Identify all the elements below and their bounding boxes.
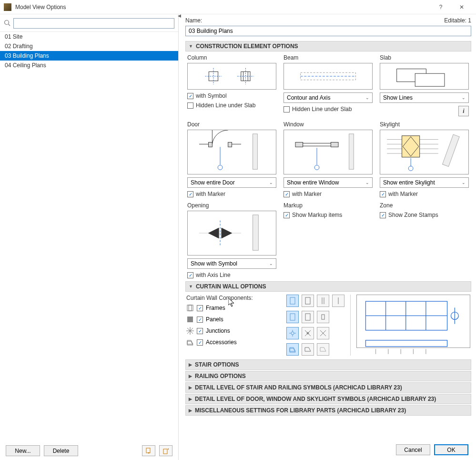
checkbox-icon[interactable] — [197, 328, 203, 334]
section-title: RAILING OPTIONS — [195, 373, 246, 379]
svg-line-1 — [9, 24, 10, 26]
section-misc[interactable]: ▶ MISCELLANEOUS SETTINGS FOR LIBRARY PAR… — [185, 405, 471, 416]
svg-rect-26 — [303, 143, 331, 146]
junctions-icon — [186, 327, 194, 335]
skylight-select[interactable]: Show entire Skylight ⌄ — [380, 177, 469, 188]
column-hidden-line[interactable]: Hidden Line under Slab — [187, 102, 276, 109]
chevron-right-icon: ▶ — [189, 362, 192, 367]
svg-rect-15 — [415, 73, 445, 86]
column-preview — [187, 63, 276, 90]
svg-rect-58 — [290, 314, 295, 320]
accessories-opt-2[interactable] — [302, 343, 314, 356]
junctions-opt-1[interactable] — [286, 327, 299, 339]
skylight-with-marker[interactable]: with Marker — [380, 191, 469, 197]
door-select[interactable]: Show entire Door ⌄ — [187, 177, 276, 188]
section-door-win-detail[interactable]: ▶ DETAIL LEVEL OF DOOR, WINDOW AND SKYLI… — [185, 394, 471, 404]
zone-title: Zone — [380, 202, 469, 209]
junctions-opt-2[interactable] — [302, 327, 314, 339]
beam-title: Beam — [284, 54, 373, 61]
section-title: CURTAIN WALL OPTIONS — [196, 283, 266, 290]
opening-with-axis[interactable]: with Axis Line — [187, 272, 276, 278]
slab-title: Slab — [380, 54, 469, 61]
checkbox-icon[interactable] — [197, 317, 203, 323]
panels-icon — [186, 316, 194, 323]
svg-rect-60 — [322, 315, 324, 319]
list-item[interactable]: 02 Drafting — [0, 41, 178, 51]
column-title: Column — [187, 54, 276, 61]
chevron-down-icon: ⌄ — [269, 261, 273, 266]
slab-preview — [380, 63, 469, 90]
svg-point-61 — [291, 332, 294, 335]
door-title: Door — [187, 121, 276, 128]
help-button[interactable]: ? — [430, 0, 451, 14]
checkbox-icon — [380, 212, 386, 218]
name-input[interactable] — [185, 26, 471, 36]
import-button[interactable] — [142, 445, 155, 456]
splitter-handle[interactable] — [179, 14, 182, 460]
curtain-wall-preview — [356, 295, 470, 348]
svg-rect-82 — [365, 340, 447, 347]
list-item[interactable]: 01 Site — [0, 32, 178, 41]
slab-select[interactable]: Show Lines ⌄ — [380, 92, 469, 103]
svg-marker-52 — [187, 341, 193, 345]
zone-show[interactable]: Show Zone Stamps — [380, 212, 469, 218]
chevron-down-icon: ⌄ — [365, 180, 369, 185]
beam-hidden-line[interactable]: Hidden Line under Slab — [284, 106, 373, 112]
skylight-preview — [380, 130, 469, 174]
cw-components-label: Curtain Wall Components: — [186, 295, 282, 301]
panels-opt-2[interactable] — [302, 311, 314, 323]
beam-select[interactable]: Contour and Axis ⌄ — [284, 92, 373, 103]
door-with-marker[interactable]: with Marker — [187, 191, 276, 197]
section-title: DETAIL LEVEL OF STAIR AND RAILING SYMBOL… — [195, 384, 402, 391]
accessories-opt-1[interactable] — [286, 343, 299, 356]
section-stair[interactable]: ▶ STAIR OPTIONS — [185, 359, 471, 370]
frames-opt-3[interactable] — [317, 295, 329, 307]
column-with-symbol[interactable]: with Symbol — [187, 92, 276, 99]
section-railing[interactable]: ▶ RAILING OPTIONS — [185, 371, 471, 381]
svg-rect-2 — [146, 448, 150, 453]
svg-rect-24 — [295, 142, 303, 147]
section-curtain[interactable]: ▼ CURTAIN WALL OPTIONS — [185, 281, 471, 292]
new-button[interactable]: New... — [6, 445, 40, 456]
slab-info-button[interactable]: i — [458, 106, 469, 116]
checkbox-icon — [380, 191, 386, 197]
ok-button[interactable]: OK — [434, 444, 468, 455]
beam-preview — [284, 63, 373, 90]
svg-point-28 — [314, 165, 319, 170]
window-title: Model View Options — [15, 4, 430, 10]
section-construction[interactable]: ▼ CONSTRUCTION ELEMENT OPTIONS — [185, 41, 471, 51]
checkbox-icon[interactable] — [197, 339, 203, 346]
window-preview — [284, 130, 373, 174]
opening-select[interactable]: Show with Symbol ⌄ — [187, 258, 276, 269]
search-input[interactable] — [13, 18, 174, 29]
window-select[interactable]: Show entire Window ⌄ — [284, 177, 373, 188]
junctions-opt-3[interactable] — [317, 327, 329, 339]
accessories-opt-3[interactable] — [317, 343, 329, 356]
export-button[interactable] — [159, 445, 172, 456]
checkbox-icon[interactable] — [197, 305, 203, 311]
svg-rect-18 — [209, 142, 213, 147]
panels-opt-1[interactable] — [286, 311, 299, 323]
svg-rect-3 — [163, 449, 167, 454]
checkbox-icon — [284, 191, 290, 197]
list-item[interactable]: 03 Building Plans — [0, 51, 178, 61]
close-button[interactable]: ✕ — [451, 0, 472, 14]
panels-opt-3[interactable] — [317, 311, 329, 323]
frames-opt-2[interactable] — [302, 295, 314, 307]
svg-rect-43 — [253, 215, 259, 250]
frames-opt-4[interactable] — [332, 295, 344, 307]
svg-rect-19 — [228, 142, 232, 147]
cancel-button[interactable]: Cancel — [396, 444, 430, 455]
section-stair-rail-detail[interactable]: ▶ DETAIL LEVEL OF STAIR AND RAILING SYMB… — [185, 382, 471, 393]
delete-button[interactable]: Delete — [44, 445, 78, 456]
checkbox-icon — [187, 272, 193, 278]
window-with-marker[interactable]: with Marker — [284, 191, 373, 197]
chevron-down-icon: ▼ — [189, 44, 193, 49]
list-item[interactable]: 04 Ceiling Plans — [0, 61, 178, 70]
panels-label: Panels — [206, 316, 223, 323]
frames-opt-1[interactable] — [286, 295, 299, 307]
markup-show[interactable]: Show Markup items — [284, 212, 373, 218]
svg-marker-74 — [320, 348, 326, 351]
svg-point-22 — [218, 165, 223, 170]
chevron-right-icon: ▶ — [189, 385, 192, 390]
